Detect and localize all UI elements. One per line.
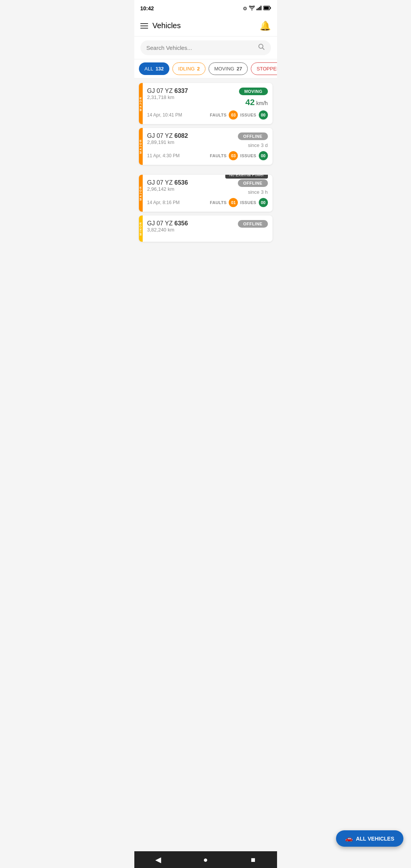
search-container <box>134 37 277 59</box>
card-body-2: GJ 07 YZ 6082 2,89,191 km OFFLINE since … <box>143 128 272 165</box>
card-body-4: GJ 07 YZ 6356 3,82,240 km OFFLINE <box>143 215 272 242</box>
right-panel-1: MOVING 42 km/h <box>239 88 268 107</box>
faults-issues-3: FAULTS 01 ISSUES 00 <box>210 198 268 207</box>
search-input[interactable] <box>147 45 255 51</box>
app-header: Vehicles 🔔 <box>134 15 277 37</box>
vehicle-info-1: GJ 07 YZ 6337 2,31,718 km <box>147 88 188 103</box>
since-text-2: since 3 d <box>248 142 268 148</box>
status-time: 10:42 <box>140 5 154 11</box>
right-panel-4: OFFLINE <box>238 220 268 228</box>
notification-bell-icon[interactable]: 🔔 <box>260 21 271 31</box>
vehicle-prefix: GJ 07 YZ <box>147 88 173 94</box>
status-badge-offline-3: OFFLINE <box>238 179 268 187</box>
card-footer-3: 14 Apr, 8:16 PM FAULTS 01 ISSUES 00 <box>147 198 268 207</box>
card-body-3: GJ 07 YZ 6536 2,96,142 km OFFLINE since … <box>143 175 272 212</box>
since-text-3: since 3 h <box>248 189 268 195</box>
svg-rect-3 <box>260 6 261 10</box>
tab-moving-label: MOVING <box>214 66 234 72</box>
status-badge-moving: MOVING <box>239 88 268 95</box>
issue-label: ISSUES <box>240 113 256 117</box>
vehicle-card-4[interactable]: MINOR GJ 07 YZ 6356 3,82,240 km OFFLINE <box>139 215 272 242</box>
vehicle-suffix-2: 6082 <box>174 132 188 139</box>
page-title: Vehicles <box>153 21 181 30</box>
card-footer-2: 11 Apr, 4:30 PM FAULTS 03 ISSUES 00 <box>147 151 268 160</box>
vehicle-suffix-3: 6536 <box>174 179 188 186</box>
card-top-3: GJ 07 YZ 6536 2,96,142 km OFFLINE since … <box>147 179 268 195</box>
tab-stopped[interactable]: STOPPED 4 <box>251 62 277 75</box>
tab-moving[interactable]: MOVING 27 <box>209 62 248 75</box>
signal-icon <box>256 6 262 11</box>
vehicle-card-1[interactable]: MAJOR GJ 07 YZ 6337 2,31,718 km MOVING 4… <box>139 83 272 124</box>
fault-label-3: FAULTS <box>210 200 227 205</box>
vehicle-card-2[interactable]: MAJOR GJ 07 YZ 6082 2,89,191 km OFFLINE … <box>139 128 272 165</box>
card-date-1: 14 Apr, 10:41 PM <box>147 112 182 118</box>
right-panel-2: OFFLINE since 3 d <box>238 132 268 148</box>
severity-strip-minor-4: MINOR <box>139 215 143 242</box>
card-top-1: GJ 07 YZ 6337 2,31,718 km MOVING 42 km/h <box>147 88 268 107</box>
search-icon <box>258 43 265 52</box>
vehicle-info-2: GJ 07 YZ 6082 2,89,191 km <box>147 132 188 148</box>
card-top-4: GJ 07 YZ 6356 3,82,240 km OFFLINE <box>147 220 268 236</box>
issue-badge-1: 00 <box>259 110 268 120</box>
vehicle-name-3: GJ 07 YZ 6536 <box>147 179 188 186</box>
tab-idling[interactable]: IDLING 2 <box>172 62 206 75</box>
card-top-2: GJ 07 YZ 6082 2,89,191 km OFFLINE since … <box>147 132 268 148</box>
settings-icon: ⚙ <box>243 6 247 11</box>
menu-button[interactable] <box>140 23 148 29</box>
tab-all-count: 132 <box>156 66 164 72</box>
svg-line-8 <box>262 48 264 50</box>
faults-issues-1: FAULTS 03 ISSUES 00 <box>210 110 268 120</box>
issue-badge-3: 00 <box>259 198 268 207</box>
vehicle-info-3: GJ 07 YZ 6536 2,96,142 km <box>147 179 188 195</box>
card-date-3: 14 Apr, 8:16 PM <box>147 200 180 205</box>
severity-strip-major: MAJOR <box>139 83 143 124</box>
severity-label-3: MAJOR <box>139 186 142 201</box>
fault-label-2: FAULTS <box>210 153 227 158</box>
issue-label-3: ISSUES <box>240 200 256 205</box>
fault-label: FAULTS <box>210 113 227 117</box>
svg-rect-5 <box>264 6 269 9</box>
issue-label-2: ISSUES <box>240 153 256 158</box>
vehicle-prefix-4: GJ 07 YZ <box>147 220 173 227</box>
tab-idling-label: IDLING <box>178 66 194 72</box>
tab-moving-count: 27 <box>237 66 242 72</box>
speed-unit: km/h <box>256 100 268 106</box>
vehicle-name-1: GJ 07 YZ 6337 <box>147 88 188 94</box>
card-date-2: 11 Apr, 4:30 PM <box>147 153 180 158</box>
vehicle-card-3[interactable]: No External Power MAJOR GJ 07 YZ 6536 2,… <box>139 175 272 212</box>
tooltip-banner-3: No External Power <box>225 175 268 179</box>
issue-badge-2: 00 <box>259 151 268 160</box>
severity-label-2: MAJOR <box>139 139 142 154</box>
tab-idling-count: 2 <box>197 66 200 72</box>
vehicle-km-2: 2,89,191 km <box>147 139 188 145</box>
search-box <box>140 40 271 55</box>
vehicle-info-4: GJ 07 YZ 6356 3,82,240 km <box>147 220 188 236</box>
svg-rect-1 <box>258 8 259 10</box>
right-panel-3: OFFLINE since 3 h <box>238 179 268 195</box>
vehicle-suffix: 6337 <box>174 88 188 94</box>
severity-label-4: MINOR <box>139 222 142 236</box>
tab-all[interactable]: ALL 132 <box>139 62 170 75</box>
vehicles-list: MAJOR GJ 07 YZ 6337 2,31,718 km MOVING 4… <box>134 78 277 246</box>
status-icons: ⚙ <box>243 6 271 11</box>
vehicle-km-4: 3,82,240 km <box>147 227 188 233</box>
svg-rect-0 <box>256 9 258 10</box>
fault-badge-1: 03 <box>229 110 238 120</box>
severity-label: MAJOR <box>139 96 142 111</box>
svg-rect-6 <box>270 7 271 9</box>
battery-icon <box>263 6 271 11</box>
card-body-1: GJ 07 YZ 6337 2,31,718 km MOVING 42 km/h… <box>143 83 272 124</box>
header-left: Vehicles <box>140 21 181 30</box>
fault-badge-2: 03 <box>229 151 238 160</box>
vehicle-prefix-3: GJ 07 YZ <box>147 179 173 186</box>
tab-stopped-label: STOPPED <box>256 66 277 72</box>
faults-issues-2: FAULTS 03 ISSUES 00 <box>210 151 268 160</box>
severity-strip-major-2: MAJOR <box>139 128 143 165</box>
vehicle-km-3: 2,96,142 km <box>147 186 188 192</box>
svg-rect-2 <box>259 7 260 10</box>
status-badge-offline-4: OFFLINE <box>238 220 268 228</box>
tab-all-label: ALL <box>145 66 153 72</box>
status-bar: 10:42 ⚙ <box>134 0 277 15</box>
card-footer-1: 14 Apr, 10:41 PM FAULTS 03 ISSUES 00 <box>147 110 268 120</box>
vehicle-name-4: GJ 07 YZ 6356 <box>147 220 188 227</box>
